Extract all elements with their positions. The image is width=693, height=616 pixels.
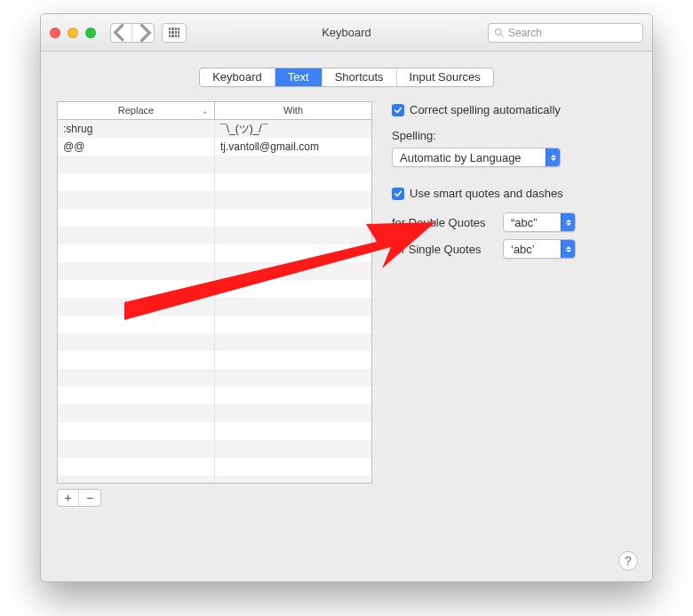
table-row [58, 156, 371, 173]
tab-input-sources[interactable]: Input Sources [397, 68, 493, 86]
add-remove-control: + − [57, 489, 101, 507]
correct-spelling-checkbox[interactable] [392, 104, 404, 116]
close-window-button[interactable] [50, 28, 60, 38]
search-icon [494, 28, 505, 38]
nav-back-forward [110, 23, 155, 43]
help-button[interactable]: ? [618, 551, 638, 571]
preferences-window: Keyboard Search KeyboardTextShortcutsInp… [40, 13, 653, 582]
single-quotes-value: ‘abc’ [511, 243, 535, 256]
spelling-dropdown[interactable]: Automatic by Language [392, 148, 561, 167]
table-row[interactable]: @@tj.vantoll@gmail.com [58, 138, 371, 156]
table-row [58, 227, 371, 244]
single-quotes-label: for Single Quotes [392, 243, 494, 256]
table-row [58, 209, 371, 227]
dropdown-stepper-icon [561, 213, 575, 231]
cell-with[interactable]: tj.vantoll@gmail.com [215, 138, 371, 156]
forward-button[interactable] [132, 24, 154, 42]
cell-with[interactable]: ¯\_(ツ)_/¯ [215, 120, 371, 138]
remove-button[interactable]: − [79, 490, 100, 506]
search-placeholder: Search [508, 27, 542, 39]
titlebar: Keyboard Search [41, 14, 652, 52]
dropdown-stepper-icon [546, 148, 560, 166]
zoom-window-button[interactable] [85, 28, 96, 38]
table-row [58, 387, 371, 404]
svg-line-1 [501, 34, 504, 36]
double-quotes-value: “abc” [511, 216, 538, 229]
table-row [58, 244, 371, 262]
spelling-value: Automatic by Language [400, 151, 522, 164]
replacements-table: Replace ⌃ With :shrug¯\_(ツ)_/¯@@tj.vanto… [57, 101, 372, 484]
table-row [58, 280, 371, 298]
double-quotes-dropdown[interactable]: “abc” [503, 212, 576, 232]
tab-keyboard[interactable]: Keyboard [200, 68, 275, 86]
table-row [58, 173, 371, 191]
correct-spelling-label: Correct spelling automatically [410, 103, 561, 116]
column-replace[interactable]: Replace ⌃ [58, 102, 215, 119]
single-quotes-dropdown[interactable]: ‘abc’ [503, 239, 576, 259]
table-row [58, 440, 371, 458]
table-row [58, 404, 371, 422]
table-row [58, 262, 371, 280]
minimize-window-button[interactable] [68, 28, 78, 38]
table-row [58, 422, 371, 440]
correct-spelling-row: Correct spelling automatically [392, 103, 636, 116]
table-row [58, 476, 371, 483]
table-row [58, 333, 371, 351]
table-row [58, 369, 371, 387]
table-row[interactable]: :shrug¯\_(ツ)_/¯ [58, 120, 371, 138]
table-row [58, 191, 371, 209]
smart-quotes-row: Use smart quotes and dashes [392, 187, 636, 200]
cell-replace[interactable]: @@ [58, 138, 215, 156]
double-quotes-label: for Double Quotes [392, 216, 494, 229]
tab-text[interactable]: Text [275, 68, 323, 86]
spelling-label: Spelling: [392, 129, 636, 142]
table-row [58, 458, 371, 476]
smart-quotes-checkbox[interactable] [392, 188, 404, 200]
traffic-lights [50, 28, 96, 38]
column-with[interactable]: With [215, 102, 371, 119]
svg-point-0 [496, 28, 502, 35]
grid-icon [169, 28, 179, 38]
tab-shortcuts[interactable]: Shortcuts [323, 68, 397, 86]
search-input[interactable]: Search [488, 23, 643, 43]
cell-replace[interactable]: :shrug [58, 120, 215, 138]
tab-bar: KeyboardTextShortcutsInput Sources [57, 68, 636, 87]
content: KeyboardTextShortcutsInput Sources Repla… [41, 52, 652, 519]
table-row [58, 316, 371, 333]
smart-quotes-label: Use smart quotes and dashes [410, 187, 563, 200]
table-row [58, 351, 371, 369]
table-row [58, 298, 371, 316]
dropdown-stepper-icon [561, 240, 575, 258]
show-all-button[interactable] [162, 23, 187, 43]
back-button[interactable] [111, 24, 132, 42]
add-button[interactable]: + [58, 490, 79, 506]
